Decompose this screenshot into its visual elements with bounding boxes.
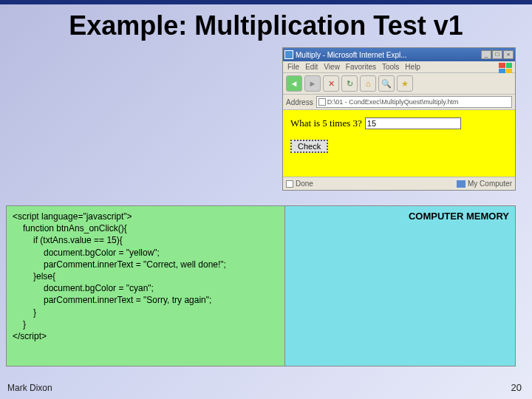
code-line: } bbox=[13, 307, 279, 318]
page-body: What is 5 times 3? Check bbox=[283, 110, 515, 177]
toolbar: ◄ ► ✕ ↻ ⌂ 🔍 ★ bbox=[283, 73, 515, 95]
code-line: document.bgColor = "yellow"; bbox=[13, 247, 279, 259]
windows-logo-icon bbox=[499, 63, 512, 73]
check-button[interactable]: Check bbox=[290, 140, 328, 153]
code-memory-panel: <script language="javascript"> function … bbox=[6, 205, 516, 366]
page-icon-small bbox=[286, 180, 293, 188]
menu-favorites[interactable]: Favorites bbox=[346, 63, 376, 71]
code-line: if (txtAns.value == 15){ bbox=[13, 234, 279, 246]
code-line: function btnAns_onClick(){ bbox=[13, 222, 279, 234]
memory-panel: COMPUTER MEMORY bbox=[284, 206, 515, 366]
menu-view[interactable]: View bbox=[324, 63, 340, 71]
code-line: </script> bbox=[13, 330, 279, 342]
question-text: What is 5 times 3? bbox=[290, 117, 362, 129]
code-line: parComment.innerText = "Correct, well do… bbox=[13, 259, 279, 270]
address-bar: Address D:\01 - CondExec\MultiplyQuest\m… bbox=[283, 95, 515, 110]
address-input[interactable]: D:\01 - CondExec\MultiplyQuest\multiply.… bbox=[316, 96, 512, 108]
menu-help[interactable]: Help bbox=[405, 63, 420, 71]
back-button[interactable]: ◄ bbox=[286, 75, 302, 92]
status-done: Done bbox=[296, 180, 313, 188]
address-value: D:\01 - CondExec\MultiplyQuest\multiply.… bbox=[327, 98, 459, 106]
window-controls: _ □ × bbox=[481, 50, 514, 59]
browser-titlebar: Multiply - Microsoft Internet Expl... _ … bbox=[283, 48, 515, 61]
maximize-button[interactable]: □ bbox=[492, 50, 502, 59]
status-zone: My Computer bbox=[468, 180, 512, 188]
menu-bar: File Edit View Favorites Tools Help bbox=[283, 61, 515, 73]
browser-window: Multiply - Microsoft Internet Expl... _ … bbox=[282, 47, 516, 191]
ie-icon bbox=[284, 50, 293, 59]
menu-file[interactable]: File bbox=[287, 63, 299, 71]
stop-button[interactable]: ✕ bbox=[323, 75, 339, 92]
forward-button[interactable]: ► bbox=[304, 75, 321, 92]
refresh-button[interactable]: ↻ bbox=[341, 75, 358, 92]
search-button[interactable]: 🔍 bbox=[378, 75, 395, 92]
menu-edit[interactable]: Edit bbox=[305, 63, 318, 71]
code-panel: <script language="javascript"> function … bbox=[7, 206, 284, 366]
answer-input[interactable] bbox=[365, 117, 461, 129]
favorites-button[interactable]: ★ bbox=[397, 75, 413, 92]
code-line: <script language="javascript"> bbox=[13, 211, 279, 222]
status-bar: Done My Computer bbox=[283, 177, 515, 190]
code-line: document.bgColor = "cyan"; bbox=[13, 282, 279, 294]
window-title-text: Multiply - Microsoft Internet Expl... bbox=[296, 51, 481, 59]
slide-title: Example: Multiplication Test v1 bbox=[0, 4, 532, 44]
computer-icon bbox=[457, 180, 466, 188]
code-line: }else{ bbox=[13, 270, 279, 282]
memory-title: COMPUTER MEMORY bbox=[291, 211, 509, 222]
footer-author: Mark Dixon bbox=[7, 383, 52, 393]
code-line: } bbox=[13, 318, 279, 330]
address-label: Address bbox=[286, 98, 313, 106]
question-row: What is 5 times 3? bbox=[290, 117, 508, 129]
close-button[interactable]: × bbox=[503, 50, 514, 59]
home-button[interactable]: ⌂ bbox=[360, 75, 376, 92]
minimize-button[interactable]: _ bbox=[481, 50, 491, 59]
page-icon bbox=[318, 98, 326, 106]
footer-page-number: 20 bbox=[511, 382, 522, 393]
menu-tools[interactable]: Tools bbox=[382, 63, 399, 71]
code-line: parComment.innerText = "Sorry, try again… bbox=[13, 294, 279, 306]
